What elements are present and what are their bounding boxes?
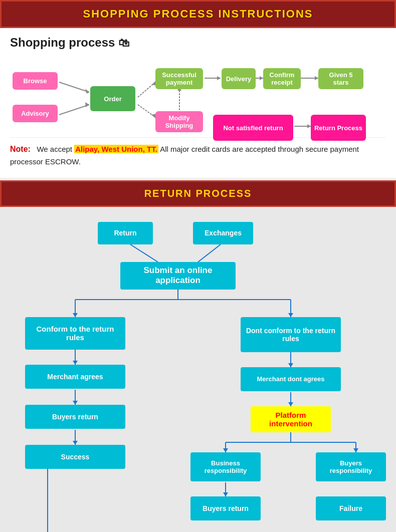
note-label: Note:: [10, 145, 31, 153]
svg-marker-3: [85, 102, 89, 107]
svg-marker-9: [217, 76, 221, 80]
svg-marker-17: [307, 124, 311, 128]
svg-marker-23: [73, 313, 78, 317]
conform-box: Conform to the return rules: [25, 317, 125, 350]
svg-line-2: [59, 105, 89, 115]
svg-marker-37: [288, 363, 293, 367]
buyers-return-left-box: Buyers return: [25, 405, 125, 429]
return-header-title: RETURN PROCESS: [8, 188, 388, 199]
svg-marker-1: [85, 89, 89, 94]
svg-marker-45: [353, 448, 358, 452]
modify-shipping-box: Modify Shipping: [155, 111, 203, 132]
merchant-agrees-box: Merchant agrees: [25, 365, 125, 389]
failure-box: Failure: [316, 496, 386, 520]
buyers-resp-box: Buyers responsibility: [316, 452, 386, 481]
exchanges-box: Exchanges: [193, 222, 253, 244]
successful-payment-box: Successful payment: [155, 68, 203, 89]
svg-line-19: [198, 244, 221, 262]
svg-line-0: [59, 82, 89, 92]
svg-marker-26: [288, 313, 293, 317]
return-box: Return: [98, 222, 153, 244]
shopping-section: Shopping process 🛍: [0, 28, 396, 178]
bag-icon: 🛍: [118, 37, 129, 49]
delivery-box: Delivery: [222, 68, 256, 89]
payment-highlight: Alipay, West Union, TT.: [74, 145, 158, 153]
business-resp-box: Business responsibility: [190, 452, 261, 481]
svg-marker-39: [288, 402, 293, 406]
svg-marker-28: [73, 361, 78, 365]
dont-conform-box: Dont conform to the return rules: [241, 317, 341, 352]
merchant-dont-box: Merchant dont agrees: [241, 367, 341, 391]
svg-marker-13: [315, 76, 318, 80]
order-box: Order: [90, 86, 135, 111]
note-section: Note: We accept Alipay, West Union, TT. …: [10, 137, 386, 168]
given-5-stars-box: Given 5 stars: [318, 68, 363, 89]
svg-line-6: [138, 105, 155, 117]
note-text: Note: We accept Alipay, West Union, TT. …: [10, 143, 386, 168]
success-box: Success: [25, 445, 125, 469]
platform-box: Platform intervention: [251, 406, 331, 432]
return-diagram: Return Exchanges Submit an online applic…: [10, 217, 386, 532]
svg-marker-47: [223, 492, 228, 496]
svg-marker-32: [73, 441, 78, 445]
header-title: SHOPPING PROCESS INSTRUCTIONS: [8, 8, 388, 21]
submit-box: Submit an online application: [120, 262, 236, 290]
flow-diagram: Browse Advisory Order Successful payment…: [10, 57, 386, 137]
return-header: RETURN PROCESS: [0, 180, 396, 207]
return-section: Return Exchanges Submit an online applic…: [0, 207, 396, 532]
browse-box: Browse: [13, 72, 58, 90]
svg-marker-30: [73, 401, 78, 405]
advisory-box: Advisory: [13, 105, 58, 122]
confirm-receipt-box: Confirm receipt: [263, 68, 301, 89]
header-banner: SHOPPING PROCESS INSTRUCTIONS: [0, 0, 396, 28]
svg-marker-11: [260, 76, 263, 80]
svg-line-4: [138, 82, 155, 97]
return-process-box: Return Process: [311, 115, 366, 141]
not-satisfied-box: Not satisfied return: [213, 115, 293, 141]
svg-line-18: [130, 244, 158, 262]
shopping-title: Shopping process 🛍: [10, 36, 386, 50]
svg-marker-43: [223, 448, 228, 452]
buyers-return-right-box: Buyers return: [190, 496, 261, 520]
